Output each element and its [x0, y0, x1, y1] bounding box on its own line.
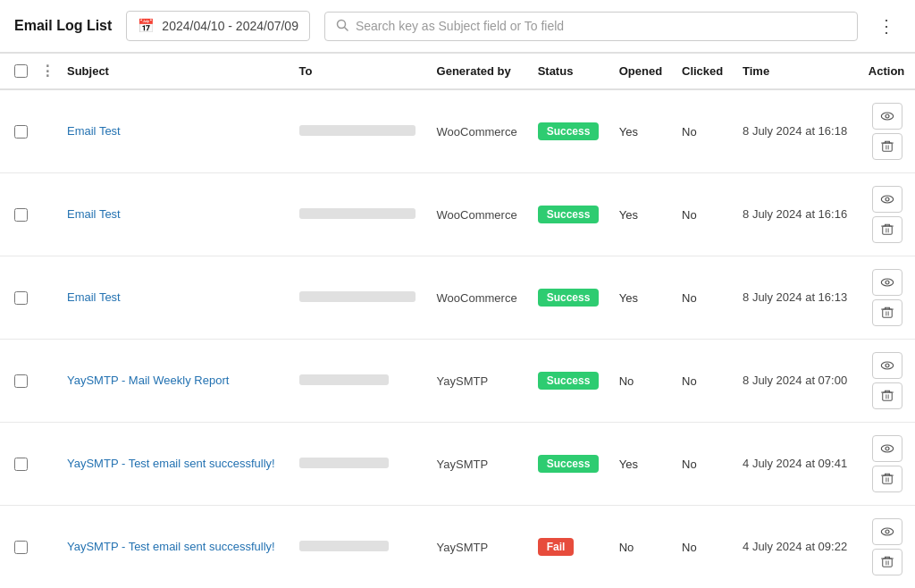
col-header-action: Action	[860, 54, 915, 90]
page-header: Email Log List 📅 2024/04/10 - 2024/07/09…	[0, 0, 915, 53]
row-subject-cell: YaySMTP - Mail Weekly Report	[58, 340, 290, 423]
row-status-cell: Success	[529, 256, 610, 340]
row-checkbox-cell	[0, 423, 37, 506]
select-all-checkbox[interactable]	[14, 64, 28, 78]
row-opened-cell: Yes	[610, 89, 673, 173]
row-time-cell: 8 July 2024 at 07:00	[734, 340, 860, 423]
svg-point-2	[881, 113, 893, 120]
col-header-to: To	[290, 54, 428, 90]
row-clicked-cell: No	[673, 256, 734, 340]
row-subject-link[interactable]: Email Test	[67, 290, 121, 304]
to-redacted-placeholder	[299, 374, 389, 385]
status-badge: Success	[538, 372, 600, 390]
row-time-cell: 8 July 2024 at 16:13	[734, 256, 860, 340]
table-row: YaySMTP - Test email sent successfully! …	[0, 423, 915, 506]
view-button[interactable]	[872, 186, 902, 213]
more-options-icon[interactable]: ⋮	[872, 12, 901, 40]
status-badge: Success	[538, 455, 600, 473]
status-badge: Fail	[538, 538, 575, 556]
view-button[interactable]	[872, 435, 902, 462]
delete-button[interactable]	[872, 382, 902, 409]
delete-button[interactable]	[872, 466, 902, 492]
page-title: Email Log List	[14, 18, 112, 34]
svg-point-11	[881, 196, 893, 203]
row-status-cell: Fail	[529, 506, 610, 589]
row-generated-by-cell: WooCommerce	[428, 173, 529, 256]
status-badge: Success	[538, 122, 600, 140]
row-to-cell	[290, 506, 428, 589]
row-clicked-cell: No	[673, 89, 734, 173]
row-status-cell: Success	[529, 423, 610, 506]
svg-point-48	[886, 530, 889, 533]
row-to-cell	[290, 340, 428, 423]
view-button[interactable]	[872, 352, 902, 379]
row-checkbox-1[interactable]	[14, 208, 28, 222]
svg-rect-13	[883, 226, 893, 234]
date-range-picker[interactable]: 📅 2024/04/10 - 2024/07/09	[126, 11, 310, 41]
col-header-time: Time	[734, 54, 860, 90]
row-dots-cell	[37, 423, 58, 506]
col-header-status: Status	[529, 54, 610, 90]
row-subject-link[interactable]: Email Test	[67, 207, 121, 221]
table-row: YaySMTP - Test email sent successfully! …	[0, 506, 915, 589]
row-checkbox-cell	[0, 173, 37, 256]
table-row: YaySMTP - Mail Weekly Report YaySMTP Suc…	[0, 340, 915, 423]
row-action-cell	[860, 506, 915, 589]
delete-button[interactable]	[872, 549, 902, 575]
row-opened-cell: No	[610, 506, 673, 589]
row-to-cell	[290, 89, 428, 173]
row-subject-link[interactable]: YaySMTP - Mail Weekly Report	[67, 374, 229, 387]
row-dots-cell	[37, 173, 58, 256]
row-time-cell: 8 July 2024 at 16:16	[734, 173, 860, 256]
row-subject-link[interactable]: YaySMTP - Test email sent successfully!	[67, 540, 275, 553]
row-to-cell	[290, 423, 428, 506]
table-row: Email Test WooCommerce Success YesNo8 Ju…	[0, 256, 915, 340]
delete-button[interactable]	[872, 299, 902, 326]
row-generated-by-cell: WooCommerce	[428, 89, 529, 173]
row-action-cell	[860, 340, 915, 423]
row-checkbox-2[interactable]	[14, 291, 28, 305]
col-header-opened: Opened	[610, 54, 673, 90]
row-subject-link[interactable]: YaySMTP - Test email sent successfully!	[67, 457, 275, 470]
row-checkbox-3[interactable]	[14, 374, 28, 388]
to-redacted-placeholder	[299, 208, 416, 219]
status-badge: Success	[538, 206, 600, 223]
calendar-icon: 📅	[138, 18, 155, 34]
view-button[interactable]	[872, 518, 902, 545]
row-status-cell: Success	[529, 173, 610, 256]
table-row: Email Test WooCommerce Success YesNo8 Ju…	[0, 173, 915, 256]
row-checkbox-5[interactable]	[14, 541, 28, 554]
svg-point-47	[881, 528, 893, 535]
row-checkbox-4[interactable]	[14, 458, 28, 471]
row-generated-by-cell: YaySMTP	[428, 340, 529, 423]
row-subject-cell: YaySMTP - Test email sent successfully!	[58, 506, 290, 589]
row-dots-cell	[37, 256, 58, 340]
email-log-table: ⋮ Subject To Generated by Status Opened …	[0, 53, 915, 588]
svg-point-29	[881, 362, 893, 369]
row-subject-cell: Email Test	[58, 173, 290, 256]
table-header-row: ⋮ Subject To Generated by Status Opened …	[0, 54, 915, 90]
row-action-cell	[860, 423, 915, 506]
row-to-cell	[290, 173, 428, 256]
col-header-generated-by: Generated by	[428, 54, 529, 90]
svg-rect-4	[883, 143, 893, 151]
search-icon	[336, 19, 348, 34]
view-button[interactable]	[872, 269, 902, 296]
row-action-cell	[860, 89, 915, 173]
search-input[interactable]	[356, 19, 846, 33]
row-dots-cell	[37, 340, 58, 423]
svg-point-3	[886, 114, 889, 118]
row-generated-by-cell: YaySMTP	[428, 423, 529, 506]
row-subject-link[interactable]: Email Test	[67, 124, 121, 138]
row-action-cell	[860, 256, 915, 340]
row-checkbox-0[interactable]	[14, 125, 28, 139]
svg-point-39	[886, 447, 889, 450]
row-opened-cell: Yes	[610, 256, 673, 340]
delete-button[interactable]	[872, 216, 902, 243]
row-clicked-cell: No	[673, 173, 734, 256]
row-checkbox-cell	[0, 506, 37, 589]
search-bar[interactable]	[324, 12, 858, 41]
delete-button[interactable]	[872, 133, 902, 160]
view-button[interactable]	[872, 103, 902, 130]
row-checkbox-cell	[0, 256, 37, 340]
